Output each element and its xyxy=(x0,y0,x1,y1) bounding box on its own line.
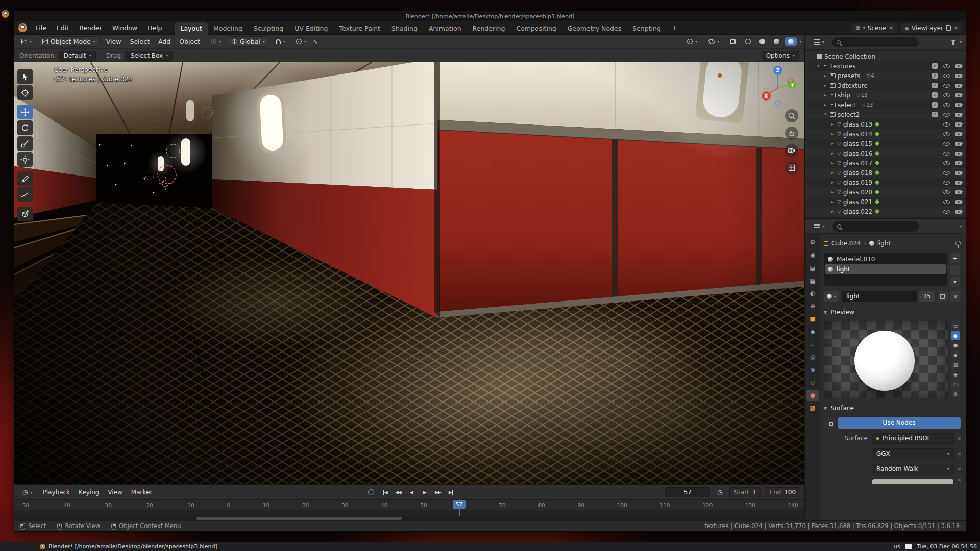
breadcrumb-data[interactable]: light xyxy=(877,240,891,247)
axis-minus-y[interactable] xyxy=(763,88,769,94)
hide-viewport-icon[interactable] xyxy=(943,152,950,156)
3d-viewport[interactable]: User Perspective (57) textures | Cube.02… xyxy=(14,62,804,484)
rotate-tool[interactable] xyxy=(17,120,33,135)
animate-dot-icon[interactable] xyxy=(958,479,961,481)
disclosure-icon[interactable]: ▸ xyxy=(816,64,821,69)
viewport-menu[interactable]: Object xyxy=(175,37,204,46)
disable-render-icon[interactable] xyxy=(955,200,962,204)
jump-to-end-button[interactable]: ▶ xyxy=(446,487,457,497)
hide-viewport-icon[interactable] xyxy=(943,190,950,194)
options-dropdown[interactable]: Options ▾ xyxy=(762,51,799,61)
exclude-checkbox[interactable]: ✓ xyxy=(932,73,938,79)
disable-render-icon[interactable] xyxy=(955,122,962,127)
properties-editor-type-button[interactable]: ▾ xyxy=(810,222,829,231)
hide-viewport-icon[interactable] xyxy=(943,122,950,127)
viewlayer-selector[interactable]: ≣ ViewLayer × xyxy=(901,23,962,33)
next-keyframe-button[interactable]: ▶▶ xyxy=(432,487,444,497)
preview-type-button[interactable]: ▤ xyxy=(951,360,960,369)
perspective-toggle-button[interactable] xyxy=(785,161,798,174)
timeline-scrollbar[interactable] xyxy=(14,516,804,521)
add-workspace-button[interactable]: + xyxy=(668,23,681,33)
keyboard-layout-indicator[interactable]: us xyxy=(894,543,900,550)
snapping-toggle[interactable]: ▾ xyxy=(272,38,289,46)
preview-panel-header[interactable]: ▼ Preview xyxy=(824,307,961,317)
subsurface-method-dropdown[interactable]: Random Walk ▾ xyxy=(872,464,954,474)
outliner-row[interactable]: ▸ ▽ glass.015 ▽ ✓ xyxy=(805,139,966,148)
preview-type-button[interactable]: ◆ xyxy=(951,350,960,359)
outliner-row[interactable]: ▸ ▽ glass.018 ▽ ✓ xyxy=(805,168,966,178)
new-material-button[interactable] xyxy=(938,291,948,302)
hide-viewport-icon[interactable] xyxy=(943,161,950,165)
properties-tab[interactable]: ▩ xyxy=(806,403,819,414)
select-box-tool[interactable] xyxy=(17,69,33,84)
disclosure-icon[interactable]: ▸ xyxy=(823,112,828,117)
shading-solid-button[interactable] xyxy=(756,37,768,46)
taskbar-app-button[interactable]: Blender* [/home/amalie/Desktop/blender/s… xyxy=(40,543,217,550)
disclosure-icon[interactable]: ▸ xyxy=(830,132,835,136)
zoom-button[interactable] xyxy=(785,109,798,122)
properties-tab[interactable]: ◎ xyxy=(806,352,819,363)
workspace-tab[interactable]: Animation xyxy=(423,22,467,35)
exclude-checkbox[interactable]: ✓ xyxy=(932,83,938,88)
material-name-field[interactable]: light xyxy=(842,291,917,302)
outliner-row[interactable]: ▸ ▽ glass.022 ▽ ✓ xyxy=(805,207,966,216)
workspace-tab[interactable]: Rendering xyxy=(467,22,511,35)
animate-dot-icon[interactable] xyxy=(958,453,961,455)
outliner-row[interactable]: ▸ ▽ select ▽ 13 ✓ xyxy=(805,100,966,110)
disable-render-icon[interactable] xyxy=(955,161,962,165)
timeline-editor-type-button[interactable]: ◷ ▾ xyxy=(18,487,37,497)
disclosure-icon[interactable]: ▸ xyxy=(830,122,835,127)
preview-type-button[interactable]: ○ xyxy=(951,380,960,388)
outliner-row[interactable]: ▸ ▽ Scene Collection ▽ ✓ xyxy=(805,52,966,61)
shading-rendered-button[interactable] xyxy=(785,37,797,46)
add-slot-button[interactable]: + xyxy=(950,253,960,263)
workspace-tab[interactable]: Compositing xyxy=(510,22,561,35)
menu-item[interactable]: Help xyxy=(143,23,167,33)
frame-end-field[interactable]: End 100 xyxy=(765,487,800,497)
jump-to-start-button[interactable]: ◀ xyxy=(379,487,390,497)
cursor-tool[interactable] xyxy=(17,85,33,100)
viewport-menu[interactable]: Add xyxy=(154,37,175,46)
disable-render-icon[interactable] xyxy=(955,132,962,136)
exclude-checkbox[interactable]: ✓ xyxy=(932,63,938,69)
hide-viewport-icon[interactable] xyxy=(943,113,950,117)
animate-dot-icon[interactable] xyxy=(958,437,961,440)
proportional-editing-toggle[interactable]: ▾ xyxy=(292,37,310,46)
outliner-search-input[interactable] xyxy=(832,37,919,47)
current-frame-field[interactable]: 57 xyxy=(665,487,710,497)
overlays-dropdown[interactable]: ▾ xyxy=(704,37,723,46)
properties-tab[interactable]: ⊕ xyxy=(806,300,819,312)
hide-viewport-icon[interactable] xyxy=(943,103,950,107)
breadcrumb-object[interactable]: Cube.024 xyxy=(831,240,861,247)
outliner-row[interactable]: ▸ ▽ glass.014 ▽ ✓ xyxy=(805,129,966,139)
disable-render-icon[interactable] xyxy=(955,84,962,88)
preview-range-toggle[interactable]: ◷ xyxy=(714,487,725,497)
orientation-dropdown[interactable]: Default ▾ xyxy=(59,51,96,61)
show-gizmo-dropdown[interactable]: ▾ xyxy=(683,37,701,46)
properties-tab[interactable]: ⚙ xyxy=(806,237,819,248)
unlink-scene-icon[interactable]: × xyxy=(889,24,893,31)
hide-viewport-icon[interactable] xyxy=(943,74,950,78)
hide-viewport-icon[interactable] xyxy=(943,132,950,136)
disable-render-icon[interactable] xyxy=(955,64,962,68)
viewport-menu[interactable]: View xyxy=(102,37,126,46)
workspace-tab[interactable]: Texture Paint xyxy=(333,22,386,35)
outliner-row[interactable]: ▸ ▽ presets ▽ 4 ✓ xyxy=(805,71,966,81)
hide-viewport-icon[interactable] xyxy=(943,84,950,88)
disable-render-icon[interactable] xyxy=(955,190,962,194)
disclosure-icon[interactable]: ▸ xyxy=(830,209,835,214)
disclosure-icon[interactable]: ▸ xyxy=(830,151,835,156)
disable-render-icon[interactable] xyxy=(955,113,962,117)
properties-tab[interactable]: ∴ xyxy=(806,339,819,350)
workspace-tab[interactable]: Geometry Nodes xyxy=(562,22,627,35)
properties-tab[interactable]: ● xyxy=(806,390,819,401)
clock[interactable]: Tue, 03 Dec 06:54:58 xyxy=(917,543,977,550)
scale-tool[interactable] xyxy=(17,136,33,151)
blender-logo-icon[interactable] xyxy=(18,23,27,32)
disable-render-icon[interactable] xyxy=(955,103,962,107)
shading-material-button[interactable] xyxy=(771,37,782,46)
outliner-row[interactable]: ▸ ▽ glass.019 ▽ ✓ xyxy=(805,178,966,187)
properties-options-icon[interactable]: ▾ xyxy=(960,224,962,229)
hide-viewport-icon[interactable] xyxy=(943,142,950,146)
disclosure-icon[interactable]: ▸ xyxy=(830,161,835,165)
